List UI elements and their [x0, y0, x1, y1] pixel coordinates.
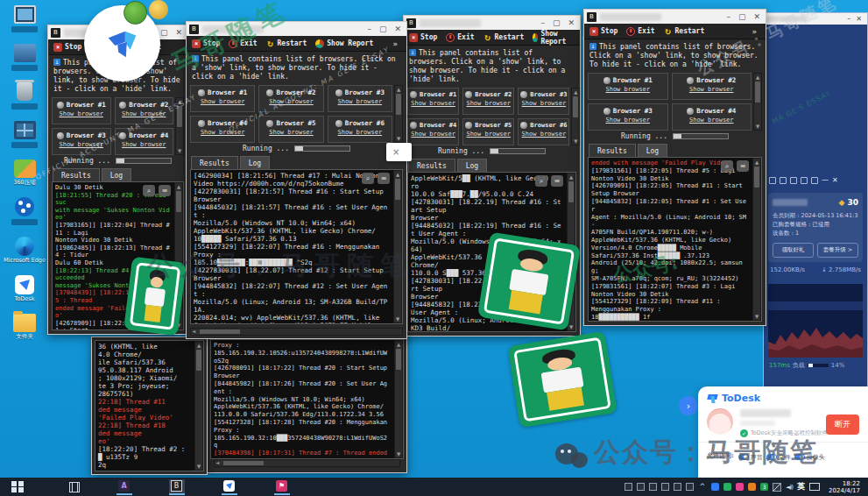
tab-results[interactable]: Results [408, 159, 455, 172]
stop-button[interactable]: ×Stop [589, 27, 617, 36]
show-browser-link[interactable]: Show browser [522, 131, 567, 138]
log-scrollbar[interactable]: ▲▼ [394, 340, 403, 458]
show-browser-link[interactable]: Show browser [466, 100, 511, 107]
desktop-icon-recycle[interactable] [3, 82, 46, 110]
show-report-button[interactable]: Show Report [533, 30, 569, 46]
show-browser-link[interactable]: Show browser [122, 141, 166, 148]
exit-button[interactable]: Exit [446, 33, 474, 42]
desktop-app-icon-green[interactable] [123, 1, 147, 25]
show-browser-link[interactable]: Show browser [689, 117, 734, 124]
maximize-button[interactable]: ▢ [160, 25, 168, 39]
show-browser-link[interactable]: Show browser [338, 98, 383, 105]
panel-close-button[interactable]: ✕ [832, 176, 838, 184]
desktop-icon-zip360[interactable]: 360压缩 [3, 159, 46, 186]
todesk-floating-ball[interactable] [84, 5, 160, 81]
stop-button[interactable]: ×Stop [409, 33, 437, 42]
tray-icon-blue[interactable] [711, 483, 719, 491]
close-button[interactable]: ✕ [175, 25, 182, 39]
panel-minimize-button[interactable]: — [822, 176, 829, 184]
show-browser-link[interactable]: Show browser [466, 131, 511, 138]
taskbar-app-4[interactable]: ⚑ [274, 479, 290, 495]
claim-gift-button[interactable]: 领取好礼 [773, 243, 814, 258]
tray-window-icon[interactable] [649, 483, 657, 491]
tool-icon[interactable] [780, 177, 787, 184]
tray-icon-orange[interactable] [748, 483, 756, 491]
log-scrollbar[interactable]: ▲▼ [752, 158, 761, 321]
show-browser-link[interactable]: Show browser [59, 110, 103, 117]
tray-icon-pink[interactable] [736, 483, 744, 491]
volume-icon[interactable]: ◄)) [786, 484, 793, 491]
exit-button[interactable]: Exit [229, 39, 257, 48]
remote-window-titlebar[interactable]: –✕ [764, 13, 867, 25]
upgrade-package-button[interactable]: 套餐升级 > [817, 243, 858, 258]
show-browser-link[interactable]: Show browser [411, 100, 455, 107]
show-browser-link[interactable]: Show browser [338, 129, 383, 136]
log-horizontal-scrollbar[interactable] [214, 459, 400, 467]
tab-log[interactable]: Log [102, 168, 131, 181]
tray-window-icon[interactable] [637, 483, 645, 491]
toolbar-overflow-chevron[interactable]: » [749, 27, 760, 36]
browser-list-scrollbar[interactable]: ▲▼ [394, 85, 403, 143]
show-browser-link[interactable]: Show browser [201, 98, 245, 105]
desktop-icon-nodes[interactable] [3, 197, 46, 225]
tool-icon[interactable] [769, 177, 776, 184]
taskbar-clock[interactable]: 18:22 2024/4/17 [824, 480, 868, 494]
desktop-icon-pc[interactable] [3, 5, 46, 32]
browser-list-scrollbar[interactable]: ▲▼ [175, 97, 184, 155]
stop-button[interactable]: ×Stop [53, 43, 81, 52]
restart-button[interactable]: ↻Restart [266, 39, 307, 48]
hidden-icons-chevron[interactable]: ^ [698, 483, 708, 491]
desktop-icon-folder[interactable]: 文件夹 [3, 314, 46, 340]
show-browser-link[interactable]: Show browser [605, 86, 650, 93]
log-search-button[interactable]: ⌕ [535, 175, 547, 187]
small-popup[interactable]: × [386, 143, 412, 161]
browser-list-scrollbar[interactable]: ▲▼ [571, 88, 580, 145]
tab-log[interactable]: Log [240, 156, 270, 169]
maximize-button[interactable]: ▢ [379, 22, 387, 36]
maximize-button[interactable]: ▢ [553, 16, 561, 30]
desktop-icon-todesk[interactable]: ToDesk [3, 275, 46, 302]
toolbar-overflow-chevron[interactable]: » [390, 39, 401, 48]
log-search-button[interactable]: ⌕ [362, 173, 374, 184]
desktop-icon-window[interactable] [3, 121, 46, 148]
restart-button[interactable]: ↻Restart [664, 27, 705, 36]
tool-icon[interactable] [790, 177, 797, 184]
log-scrollbar[interactable]: ▲▼ [194, 341, 203, 471]
window-titlebar[interactable]: B –▢✕ [584, 10, 766, 24]
show-browser-link[interactable]: Show browser [122, 110, 166, 117]
collapse-chevron-button[interactable]: › [679, 396, 698, 415]
tab-results[interactable]: Results [191, 156, 238, 169]
log-menu-button[interactable]: ≡ [378, 173, 390, 184]
tab-log[interactable]: Log [457, 159, 487, 172]
tray-icon-green[interactable] [723, 483, 731, 491]
tray-icon-badge[interactable]: 3 [760, 483, 768, 491]
show-browser-link[interactable]: Show browser [269, 98, 314, 105]
close-button[interactable]: ✕ [753, 10, 760, 24]
log-horizontal-scrollbar[interactable] [190, 328, 403, 336]
tool-icon[interactable] [801, 177, 808, 184]
taskbar-app-2[interactable]: B [169, 479, 185, 495]
show-browser-link[interactable]: Show browser [689, 86, 734, 93]
window-titlebar[interactable]: B –▢✕ [187, 22, 406, 36]
show-report-button[interactable]: Show Report [315, 39, 373, 48]
taskbar-app-todesk[interactable] [222, 479, 237, 495]
minimize-button[interactable]: – [540, 16, 545, 30]
popup-close-icon[interactable]: × [392, 147, 399, 157]
exit-button[interactable]: Exit [626, 27, 654, 36]
desktop-icon-edge[interactable]: Microsoft Edge [3, 237, 46, 264]
desktop-app-icon-gold[interactable] [149, 0, 168, 19]
show-browser-link[interactable]: Show browser [59, 141, 103, 148]
show-browser-link[interactable]: Show browser [411, 131, 455, 138]
minimize-button[interactable]: – [367, 22, 371, 36]
log-scrollbar[interactable]: ▲▼ [393, 170, 402, 323]
tab-log[interactable]: Log [638, 144, 667, 157]
disconnect-button[interactable]: 断开 [826, 415, 859, 435]
task-view-button[interactable] [69, 482, 80, 492]
log-menu-button[interactable]: ≡ [737, 160, 749, 172]
restart-button[interactable]: ↻Restart [483, 33, 525, 42]
close-button[interactable]: ✕ [394, 22, 401, 36]
tray-window-icon[interactable] [686, 483, 694, 491]
window-titlebar[interactable]: B –▢✕ [404, 16, 580, 30]
show-browser-link[interactable]: Show browser [269, 129, 314, 136]
taskbar-app-1[interactable]: A [116, 479, 132, 495]
